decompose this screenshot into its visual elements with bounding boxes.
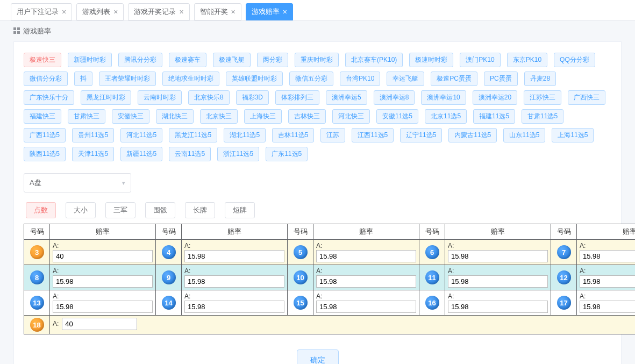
close-icon[interactable]: × — [231, 8, 236, 16]
game-tag[interactable]: 甘肃快三 — [68, 109, 105, 124]
odds-input[interactable] — [62, 318, 137, 330]
odds-input[interactable] — [316, 275, 416, 288]
game-tag[interactable]: 湖北11选5 — [224, 128, 266, 142]
top-tab[interactable]: 智能开奖× — [194, 3, 241, 20]
game-tag[interactable]: 澳门PK10 — [460, 53, 500, 67]
game-tag[interactable]: 澳洲幸运8 — [374, 90, 415, 105]
game-tag[interactable]: 丹麦28 — [524, 72, 556, 86]
game-tag[interactable]: 微信分分彩 — [24, 72, 68, 86]
game-tag[interactable]: 绝地求生时时彩 — [162, 72, 219, 86]
game-tag[interactable]: 澳洲幸运10 — [421, 90, 466, 105]
odds-input[interactable] — [184, 301, 284, 313]
game-tag[interactable]: 福建11选5 — [473, 109, 515, 124]
game-tag[interactable]: 极速时时彩 — [409, 53, 453, 67]
game-tag[interactable]: 河北11选5 — [120, 128, 162, 142]
game-tag[interactable]: 东京PK10 — [507, 53, 547, 67]
odds-input[interactable] — [448, 275, 548, 288]
odds-input[interactable] — [53, 275, 153, 288]
game-tag[interactable]: 黑龙江11选5 — [169, 128, 217, 142]
game-tag[interactable]: 王者荣耀时时彩 — [99, 72, 156, 86]
game-tag[interactable]: 北京赛车(PK10) — [345, 53, 403, 67]
top-tab[interactable]: 游戏开奖记录× — [128, 3, 189, 20]
game-tag[interactable]: 两分彩 — [257, 53, 288, 67]
game-tag[interactable]: 云南11选5 — [169, 147, 211, 161]
sub-tab[interactable]: 短牌 — [225, 202, 255, 218]
table-row: 3A:4A:5A:6A:7A: — [24, 240, 636, 265]
odds-input[interactable] — [53, 250, 153, 262]
game-tag[interactable]: 贵州11选5 — [72, 128, 114, 142]
game-tag[interactable]: 广西快三 — [568, 90, 605, 105]
odds-input[interactable] — [580, 275, 635, 288]
game-tag[interactable]: 吉林11选5 — [272, 128, 314, 142]
odds-input[interactable] — [448, 250, 548, 262]
game-tag[interactable]: 山东11选5 — [503, 128, 545, 142]
sub-tab[interactable]: 大小 — [66, 202, 96, 218]
game-tag[interactable]: 北京快三 — [200, 109, 238, 124]
game-tag[interactable]: 腾讯分分彩 — [118, 53, 162, 67]
game-tag[interactable]: QQ分分彩 — [554, 53, 595, 67]
game-tag[interactable]: 北京快乐8 — [188, 90, 230, 105]
confirm-button[interactable]: 确定 — [297, 349, 339, 364]
sub-tab[interactable]: 围骰 — [145, 202, 175, 218]
game-tag[interactable]: 江西11选5 — [352, 128, 394, 142]
sub-tab[interactable]: 三军 — [105, 202, 135, 218]
game-tag[interactable]: 澳洲幸运20 — [473, 90, 517, 105]
game-tag[interactable]: 极速快三 — [24, 53, 61, 67]
game-tag[interactable]: 幸运飞艇 — [387, 72, 424, 86]
game-tag[interactable]: 浙江11选5 — [217, 147, 259, 161]
close-icon[interactable]: × — [179, 8, 183, 16]
game-tag[interactable]: 澳洲幸运5 — [326, 90, 367, 105]
odds-input[interactable] — [316, 301, 416, 313]
game-tag[interactable]: 福建快三 — [24, 109, 61, 124]
game-tag[interactable]: 体彩排列三 — [275, 90, 319, 105]
close-icon[interactable]: × — [283, 8, 287, 16]
game-tag[interactable]: 云南时时彩 — [138, 90, 182, 105]
game-tag[interactable]: 广东11选5 — [266, 147, 308, 161]
odds-input[interactable] — [316, 250, 416, 262]
game-tag[interactable]: 安徽快三 — [112, 109, 149, 124]
close-icon[interactable]: × — [113, 8, 118, 16]
game-tag[interactable]: 内蒙古11选5 — [448, 128, 497, 142]
game-tag[interactable]: 湖北快三 — [156, 109, 194, 124]
game-tag[interactable]: PC蛋蛋 — [484, 72, 518, 86]
game-tag[interactable]: 甘肃11选5 — [522, 109, 563, 124]
game-tag[interactable]: 黑龙江时时彩 — [81, 90, 131, 105]
game-tag[interactable]: 北京11选5 — [425, 109, 467, 124]
game-tag[interactable]: 台湾PK10 — [340, 72, 380, 86]
game-tag[interactable]: 英雄联盟时时彩 — [226, 72, 283, 86]
game-tag[interactable]: 上海11选5 — [552, 128, 594, 142]
game-tag[interactable]: 江苏 — [320, 128, 345, 142]
odds-input[interactable] — [184, 250, 284, 262]
top-tab[interactable]: 游戏列表× — [76, 3, 124, 20]
game-tag[interactable]: 上海快三 — [244, 109, 282, 124]
game-tag[interactable]: 重庆时时彩 — [295, 53, 339, 67]
top-tab[interactable]: 游戏赔率× — [246, 3, 293, 20]
game-tag[interactable]: 陕西11选5 — [24, 147, 66, 161]
game-tag[interactable]: 抖 — [74, 72, 92, 86]
game-tag[interactable]: 新疆时时彩 — [68, 53, 112, 67]
odds-input[interactable] — [580, 250, 635, 262]
game-tag[interactable]: 河北快三 — [332, 109, 370, 124]
odds-input[interactable] — [184, 275, 284, 288]
game-tag[interactable]: 广东快乐十分 — [24, 90, 74, 105]
disk-select[interactable]: A盘 ▾ — [24, 173, 131, 192]
game-tag[interactable]: 新疆11选5 — [120, 147, 162, 161]
close-icon[interactable]: × — [62, 8, 66, 16]
game-tag[interactable]: 极速赛车 — [169, 53, 206, 67]
game-tag[interactable]: 辽宁11选5 — [400, 128, 442, 142]
top-tab[interactable]: 用户下注记录× — [11, 3, 72, 20]
game-tag[interactable]: 极速PC蛋蛋 — [431, 72, 477, 86]
game-tag[interactable]: 福彩3D — [236, 90, 269, 105]
game-tag[interactable]: 极速飞艇 — [213, 53, 251, 67]
odds-input[interactable] — [448, 301, 548, 313]
game-tag[interactable]: 天津11选5 — [72, 147, 114, 161]
sub-tab[interactable]: 长牌 — [185, 202, 215, 218]
game-tag[interactable]: 微信五分彩 — [289, 72, 333, 86]
odds-input[interactable] — [53, 301, 153, 313]
game-tag[interactable]: 安徽11选5 — [376, 109, 418, 124]
odds-input[interactable] — [580, 301, 635, 313]
game-tag[interactable]: 江苏快三 — [524, 90, 561, 105]
game-tag[interactable]: 吉林快三 — [288, 109, 326, 124]
game-tag[interactable]: 广西11选5 — [24, 128, 66, 142]
sub-tab[interactable]: 点数 — [26, 202, 56, 218]
